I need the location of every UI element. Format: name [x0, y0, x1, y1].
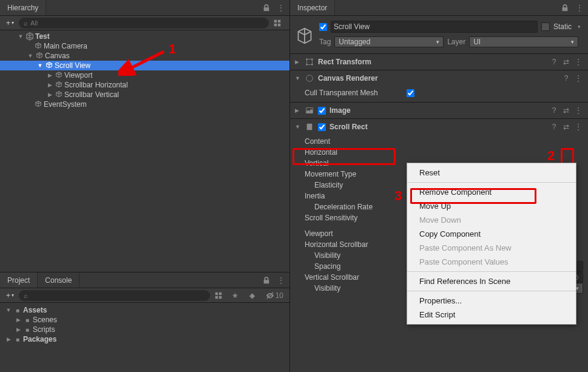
lock-icon[interactable]	[260, 274, 272, 286]
foldout-icon[interactable]: ▼	[27, 53, 34, 59]
ctx-edit-script[interactable]: Edit Script	[407, 308, 576, 322]
node-label: Main Camera	[44, 42, 87, 50]
svg-point-14	[306, 75, 313, 82]
help-icon[interactable]: ?	[549, 122, 559, 132]
gameobject-active-checkbox[interactable]	[319, 23, 327, 31]
filter-icon[interactable]	[212, 289, 225, 302]
kebab-icon[interactable]: ⋮	[573, 73, 583, 83]
kebab-icon[interactable]: ⋮	[275, 274, 287, 286]
layer-dropdown[interactable]: UI ▾	[469, 36, 578, 47]
project-search-input[interactable]	[30, 292, 205, 299]
help-icon[interactable]: ?	[549, 57, 559, 67]
tag-dropdown[interactable]: Untagged ▾	[334, 36, 444, 47]
kebab-icon[interactable]: ⋮	[573, 2, 586, 14]
foldout-icon[interactable]: ▶	[295, 107, 301, 113]
node-label: Viewport	[64, 71, 92, 79]
foldout-icon[interactable]: ▶	[5, 336, 12, 342]
movement-type-label: Movement Type	[305, 170, 402, 178]
foldout-icon[interactable]: ▶	[46, 92, 53, 98]
ctx-find-refs[interactable]: Find References In Scene	[407, 274, 576, 288]
scene-node[interactable]: ▼ Test	[0, 32, 289, 41]
gameobject-name-field[interactable]	[331, 21, 538, 33]
component-header[interactable]: ▶ Image ? ⇄ ⋮	[290, 103, 588, 118]
v-scrollbar-label: Vertical Scrollbar	[305, 273, 402, 282]
cull-mesh-checkbox[interactable]	[407, 89, 414, 97]
component-header[interactable]: ▼ Canvas Renderer ? ⋮	[290, 70, 588, 86]
ctx-reset[interactable]: Reset	[407, 166, 576, 180]
tree-node-main-camera[interactable]: Main Camera	[0, 41, 289, 51]
static-dropdown-icon[interactable]: ▾	[575, 24, 583, 30]
component-image: ▶ Image ? ⇄ ⋮	[290, 102, 588, 118]
foldout-icon[interactable]: ▶	[15, 317, 22, 323]
svg-rect-5	[219, 292, 221, 294]
create-button[interactable]: +▾	[4, 290, 16, 301]
tree-node-canvas[interactable]: ▼ Canvas	[0, 51, 289, 61]
kebab-icon[interactable]: ⋮	[573, 106, 583, 115]
component-title: Scroll Rect	[329, 123, 546, 131]
tree-node-scrollbar-v[interactable]: ▶ Scrollbar Vertical	[0, 90, 289, 100]
folder-packages[interactable]: ▶ Packages	[0, 334, 289, 344]
rect-transform-icon	[305, 57, 314, 67]
foldout-icon[interactable]: ▶	[295, 59, 301, 65]
image-icon	[305, 106, 314, 115]
hierarchy-search[interactable]: ⌕	[19, 18, 269, 29]
filter-icon[interactable]	[271, 17, 283, 29]
folder-scripts[interactable]: ▶ Scripts	[0, 325, 289, 334]
lock-icon[interactable]	[260, 2, 272, 14]
cube-icon	[55, 90, 63, 99]
tree-node-scrollbar-h[interactable]: ▶ Scrollbar Horizontal	[0, 80, 289, 90]
inspector-tab[interactable]: Inspector	[290, 0, 335, 15]
ctx-copy-component[interactable]: Copy Component	[407, 227, 576, 241]
ctx-move-up[interactable]: Move Up	[407, 199, 576, 213]
ctx-remove-component[interactable]: Remove Component	[407, 185, 576, 199]
foldout-icon[interactable]: ▶	[46, 82, 53, 88]
hierarchy-tab[interactable]: Hierarchy	[0, 0, 46, 15]
folder-assets[interactable]: ▼ Assets	[0, 305, 289, 315]
foldout-icon[interactable]: ▼	[17, 33, 24, 39]
svg-rect-1	[278, 19, 280, 22]
elasticity-label: Elasticity	[305, 181, 402, 189]
cube-icon	[34, 100, 42, 109]
foldout-icon[interactable]: ▼	[295, 124, 301, 130]
project-search[interactable]: ⌕	[19, 290, 210, 301]
cube-icon	[55, 71, 63, 79]
lock-icon[interactable]	[559, 2, 571, 14]
preset-icon[interactable]: ⇄	[561, 57, 571, 67]
help-icon[interactable]: ?	[549, 106, 559, 115]
folder-scenes[interactable]: ▶ Scenes	[0, 315, 289, 325]
foldout-icon[interactable]: ▶	[46, 72, 53, 78]
inspector-body: Static ▾ Tag Untagged ▾ Layer UI ▾	[290, 16, 588, 372]
tree-node-eventsystem[interactable]: EventSystem	[0, 100, 289, 109]
folder-label: Scripts	[33, 325, 55, 334]
preset-icon[interactable]: ⇄	[561, 122, 571, 132]
foldout-icon[interactable]: ▼	[295, 75, 301, 81]
tree-node-scroll-view[interactable]: ▼ Scroll View	[0, 61, 289, 70]
kebab-icon[interactable]: ⋮	[573, 122, 583, 132]
favorite-icon[interactable]: ★	[229, 289, 242, 302]
hidden-toggle[interactable]: 10	[263, 290, 286, 301]
label-icon[interactable]: ◆	[246, 289, 259, 302]
preset-icon[interactable]: ⇄	[561, 106, 571, 115]
scroll-rect-enabled-checkbox[interactable]	[318, 123, 326, 131]
scroll-rect-icon	[305, 122, 314, 132]
folder-label: Assets	[23, 306, 47, 314]
kebab-icon[interactable]: ⋮	[275, 2, 287, 14]
foldout-icon[interactable]: ▶	[15, 326, 22, 333]
ctx-properties[interactable]: Properties...	[407, 294, 576, 308]
layer-label: Layer	[447, 38, 465, 46]
image-enabled-checkbox[interactable]	[318, 107, 326, 115]
foldout-icon[interactable]: ▼	[5, 307, 12, 313]
project-tab[interactable]: Project	[0, 272, 38, 288]
svg-point-10	[306, 58, 308, 60]
tree-node-viewport[interactable]: ▶ Viewport	[0, 70, 289, 80]
static-checkbox[interactable]	[541, 22, 550, 31]
help-icon[interactable]: ?	[561, 73, 571, 83]
create-button[interactable]: +▾	[4, 18, 16, 29]
foldout-icon[interactable]: ▼	[36, 63, 44, 69]
folder-icon	[13, 335, 22, 343]
component-header[interactable]: ▼ Scroll Rect ? ⇄ ⋮	[290, 119, 588, 135]
component-header[interactable]: ▶ Rect Transform ? ⇄ ⋮	[290, 54, 588, 70]
console-tab[interactable]: Console	[38, 272, 79, 288]
hierarchy-search-input[interactable]	[30, 19, 264, 27]
kebab-icon[interactable]: ⋮	[573, 57, 583, 67]
